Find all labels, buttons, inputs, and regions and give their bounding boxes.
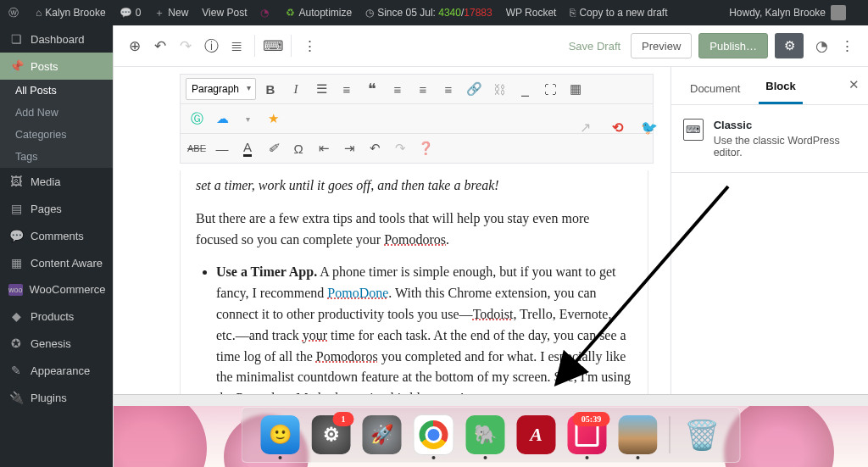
publish-button[interactable]: Publish… <box>698 33 768 58</box>
grammarly-button[interactable]: Ⓖ <box>186 108 208 130</box>
yoast-toggle[interactable]: ◔ <box>809 33 834 58</box>
genesis-icon: ✪ <box>8 336 24 350</box>
add-block-button[interactable]: ⊕ <box>122 33 147 58</box>
bold-button[interactable]: B <box>259 78 281 100</box>
undo-icon: ↶ <box>154 37 166 55</box>
site-home[interactable]: ⌂Kalyn Brooke <box>36 7 106 19</box>
stats-since[interactable]: ◷Since 05 Jul: 4340 / 17883 <box>365 7 492 19</box>
align-right-button[interactable]: ≡ <box>437 78 459 100</box>
align-center-button[interactable]: ≡ <box>412 78 434 100</box>
dock-finder[interactable]: 🙂 <box>261 415 300 454</box>
menu-plugins[interactable]: 🔌Plugins <box>0 384 113 411</box>
editor-topbar: ⊕ ↶ ↷ ⓘ ≣ ⌨ ⋮ Save Draft Preview Publish… <box>114 25 868 67</box>
align-left-button[interactable]: ≡ <box>387 78 409 100</box>
settings-toggle[interactable]: ⚙ <box>775 33 804 58</box>
gear-icon: ⚙ <box>323 424 340 446</box>
more-options-button[interactable]: ⋮ <box>834 33 860 58</box>
dock-preview[interactable] <box>619 415 658 454</box>
dock-chrome[interactable] <box>414 414 454 455</box>
outline-button[interactable]: ≣ <box>224 33 249 58</box>
comments-link[interactable]: 💬0 <box>120 7 142 19</box>
keyboard-button[interactable]: ⌨ <box>260 33 286 58</box>
menu-genesis[interactable]: ✪Genesis <box>0 330 113 357</box>
redo-button[interactable]: ↷ <box>173 33 198 58</box>
new-content[interactable]: ＋New <box>154 6 188 20</box>
bullet-list-button[interactable]: ☰ <box>310 78 332 100</box>
menu-posts[interactable]: 📌Posts <box>0 53 113 80</box>
copy-to-draft[interactable]: ⎘Copy to a new draft <box>570 7 667 19</box>
classic-block-icon: ⌨ <box>683 119 704 141</box>
wp-rocket[interactable]: WP Rocket <box>506 7 557 19</box>
wp-logo[interactable]: ⓦ <box>8 6 22 20</box>
menu-appearance[interactable]: ✎Appearance <box>0 357 113 384</box>
preview-button[interactable]: Preview <box>631 33 692 58</box>
submenu-categories[interactable]: Categories <box>0 124 113 146</box>
my-account[interactable]: Howdy, Kalyn Brooke <box>729 5 846 20</box>
menu-products[interactable]: ◆Products <box>0 303 113 330</box>
submenu-add-new[interactable]: Add New <box>0 102 113 124</box>
settings-panel: Document Block ✕ ⌨ Classic Use the class… <box>670 67 868 394</box>
submenu-all-posts[interactable]: All Posts <box>0 80 113 102</box>
horizontal-scrollbar[interactable] <box>114 394 868 406</box>
submenu-tags[interactable]: Tags <box>0 146 113 168</box>
menu-content-aware[interactable]: ▦Content Aware <box>0 249 113 276</box>
autoptimize-link[interactable]: ♻Autoptimize <box>286 7 352 19</box>
fullscreen-button[interactable]: ⛶ <box>539 78 561 100</box>
dock-system-preferences[interactable]: ⚙1 <box>312 415 351 454</box>
menu-woocommerce[interactable]: wooWooCommerce <box>0 276 113 303</box>
dock-trash[interactable]: 🗑️ <box>682 415 721 454</box>
hr-button[interactable]: — <box>211 137 233 159</box>
tab-document[interactable]: Document <box>683 74 747 104</box>
block-name: Classic <box>714 119 856 131</box>
more-tools-button[interactable]: ⋮ <box>297 33 322 58</box>
twitter-icon[interactable]: 🐦 <box>638 116 660 138</box>
indent-button[interactable]: ⇥ <box>338 137 360 159</box>
special-button[interactable]: Ω <box>287 137 309 159</box>
yoast-link[interactable]: ◔ <box>260 7 272 19</box>
italic-button[interactable]: I <box>285 78 307 100</box>
dock-evernote[interactable]: 🐘 <box>466 415 505 454</box>
view-post[interactable]: View Post <box>202 7 247 19</box>
menu-pages[interactable]: ▤Pages <box>0 195 113 222</box>
dropdown-button[interactable]: ▾ <box>236 108 259 130</box>
pomodone-link[interactable]: PomoDone <box>327 286 388 300</box>
undo2-button[interactable]: ↶ <box>364 137 386 159</box>
menu-dashboard[interactable]: ❏Dashboard <box>0 25 113 53</box>
number-list-button[interactable]: ≡ <box>336 78 358 100</box>
close-icon: ✕ <box>849 77 860 92</box>
separator <box>291 35 292 57</box>
undo-button[interactable]: ↶ <box>147 33 173 58</box>
toolbar-toggle-button[interactable]: ▦ <box>565 78 587 100</box>
clear-button[interactable]: ✐ <box>262 137 284 159</box>
save-draft-button[interactable]: Save Draft <box>559 33 631 58</box>
redo2-button[interactable]: ↷ <box>389 137 411 159</box>
finder-icon: 🙂 <box>269 424 292 446</box>
outdent-button[interactable]: ⇤ <box>313 137 335 159</box>
product-icon: ◆ <box>8 309 24 323</box>
intro-italic: set a timer, work until it goes off, and… <box>196 178 499 192</box>
media-icon: 🖼 <box>8 175 24 188</box>
star-button[interactable]: ★ <box>262 108 284 130</box>
help-button[interactable]: ❓ <box>415 137 437 159</box>
cloud-button[interactable]: ☁ <box>211 108 233 130</box>
more-button[interactable]: ⎯ <box>514 78 536 100</box>
dock-pomodone[interactable]: 05:39 <box>568 415 607 454</box>
menu-media[interactable]: 🖼Media <box>0 168 113 195</box>
dock-acrobat[interactable]: A <box>517 415 556 454</box>
link-button[interactable]: 🔗 <box>463 78 485 100</box>
post-content[interactable]: set a timer, work until it goes off, and… <box>180 170 648 394</box>
tab-block[interactable]: Block <box>759 71 802 104</box>
textcolor-button[interactable]: A <box>236 137 259 159</box>
menu-comments[interactable]: 💬Comments <box>0 222 113 249</box>
arrow-out-icon[interactable]: ↗ <box>574 116 596 138</box>
social-warfare-icon[interactable]: ⟲ <box>606 116 628 138</box>
dock-launchpad[interactable]: 🚀 <box>363 415 402 454</box>
close-panel-button[interactable]: ✕ <box>849 77 860 92</box>
info-button[interactable]: ⓘ <box>198 33 224 58</box>
unlink-button[interactable]: ⛓ <box>488 78 510 100</box>
page-icon: ▤ <box>8 202 24 215</box>
evernote-icon: 🐘 <box>474 424 497 446</box>
quote-button[interactable]: ❝ <box>361 78 383 100</box>
strike-button[interactable]: ABE <box>186 137 208 159</box>
format-select[interactable]: Paragraph <box>186 78 256 100</box>
